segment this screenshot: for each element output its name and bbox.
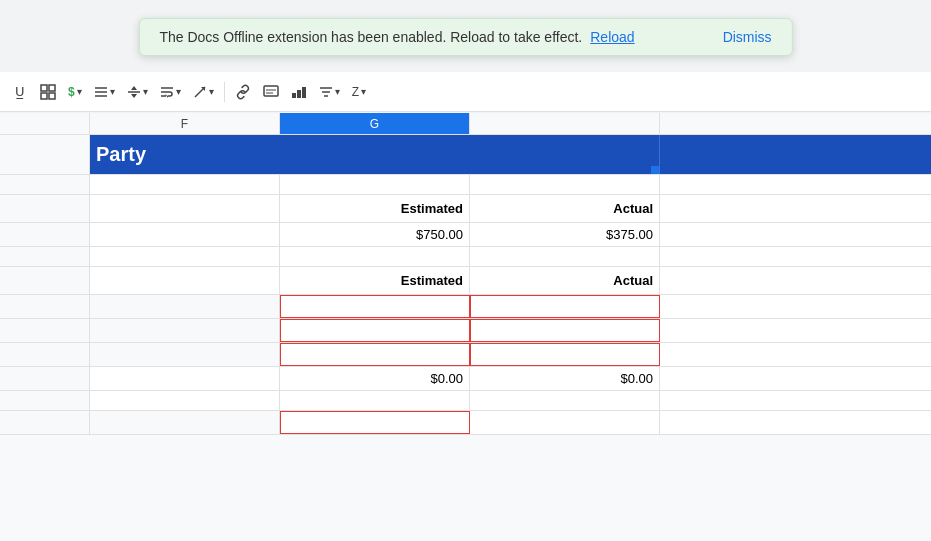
cell-g-red[interactable] (470, 295, 660, 318)
wrap-chevron: ▾ (176, 86, 181, 97)
cell-g[interactable] (280, 247, 470, 266)
estimated-value-1: $750.00 (280, 223, 470, 246)
svg-rect-15 (264, 86, 278, 96)
row-num (0, 367, 90, 390)
cell-f-red-last[interactable] (280, 411, 470, 434)
svg-marker-9 (131, 94, 137, 98)
cell-g-last[interactable] (470, 411, 660, 434)
header-row-2: Estimated Actual (0, 267, 931, 295)
reload-link[interactable]: Reload (590, 29, 634, 45)
cell-f-gray[interactable] (90, 295, 280, 318)
red-row-1 (0, 295, 931, 319)
cell-f-red[interactable] (280, 343, 470, 366)
cell-h[interactable] (470, 247, 660, 266)
cell-g[interactable] (280, 175, 470, 194)
cell-g-red[interactable] (470, 343, 660, 366)
row-num (0, 135, 90, 174)
sort-label: Z (352, 85, 359, 99)
col-g-header[interactable]: G (280, 113, 470, 134)
notification-message: The Docs Offline extension has been enab… (159, 29, 582, 45)
row-num (0, 319, 90, 342)
svg-marker-8 (131, 86, 137, 90)
cell-f-empty[interactable] (90, 367, 280, 390)
empty-row-2 (0, 247, 931, 267)
party-g-cell (470, 135, 660, 174)
svg-rect-20 (302, 87, 306, 98)
sort-btn[interactable]: Z ▾ (348, 83, 370, 101)
row-num (0, 391, 90, 410)
row-num (0, 295, 90, 318)
wrap-btn[interactable]: ▾ (156, 83, 185, 101)
cell-f-empty[interactable] (90, 223, 280, 246)
cell-f[interactable] (90, 247, 280, 266)
row-num (0, 175, 90, 194)
link-icon[interactable] (231, 80, 255, 104)
cell-f-red[interactable] (280, 295, 470, 318)
valign-btn[interactable]: ▾ (123, 83, 152, 101)
cell-g-red[interactable] (470, 319, 660, 342)
valign-chevron: ▾ (143, 86, 148, 97)
cell-h[interactable] (470, 175, 660, 194)
estimated-header-2: Estimated (280, 267, 470, 294)
borders-icon[interactable] (36, 80, 60, 104)
chart-icon[interactable] (287, 80, 311, 104)
cell-f-empty[interactable] (90, 195, 280, 222)
svg-rect-18 (292, 93, 296, 98)
cell-f-gray-last[interactable] (90, 411, 280, 434)
cell-f-gray[interactable] (90, 343, 280, 366)
underline-icon[interactable]: U̲ (8, 80, 32, 104)
filter-btn[interactable]: ▾ (315, 83, 344, 101)
filter-chevron: ▾ (335, 86, 340, 97)
col-h-header (470, 113, 660, 134)
cell-f-red[interactable] (280, 319, 470, 342)
cell-f[interactable] (90, 175, 280, 194)
column-headers: F G (0, 113, 931, 135)
actual-header-2: Actual (470, 267, 660, 294)
spreadsheet-area: F G Party Estimated Actual (0, 113, 931, 541)
notification-banner: The Docs Offline extension has been enab… (138, 18, 792, 56)
dismiss-button[interactable]: Dismiss (723, 29, 772, 45)
actual-value-1: $375.00 (470, 223, 660, 246)
sort-chevron: ▾ (361, 86, 366, 97)
format-chevron: ▾ (77, 86, 82, 97)
align-btn[interactable]: ▾ (90, 83, 119, 101)
align-chevron: ▾ (110, 86, 115, 97)
cell-f-empty[interactable] (90, 267, 280, 294)
format-label: $ (68, 85, 75, 99)
last-row (0, 411, 931, 435)
row-num (0, 343, 90, 366)
party-row[interactable]: Party (0, 135, 931, 175)
selection-handle (651, 166, 659, 174)
row-num (0, 411, 90, 434)
cell-f[interactable] (90, 391, 280, 410)
red-row-3 (0, 343, 931, 367)
cell-g[interactable] (280, 391, 470, 410)
header-row-1: Estimated Actual (0, 195, 931, 223)
cell-f-gray[interactable] (90, 319, 280, 342)
total-estimated: $0.00 (280, 367, 470, 390)
cell-h[interactable] (470, 391, 660, 410)
separator-1 (224, 82, 225, 102)
empty-row-1 (0, 175, 931, 195)
empty-row-3 (0, 391, 931, 411)
col-f-header[interactable]: F (90, 113, 280, 134)
row-num (0, 267, 90, 294)
party-title-cell[interactable]: Party (90, 135, 470, 174)
comment-icon[interactable] (259, 80, 283, 104)
actual-header-1: Actual (470, 195, 660, 222)
grid: Party Estimated Actual $750.00 $375.00 (0, 135, 931, 435)
rotate-btn[interactable]: ▾ (189, 83, 218, 101)
row-num (0, 195, 90, 222)
svg-rect-2 (41, 93, 47, 99)
svg-rect-1 (49, 85, 55, 91)
row-num (0, 247, 90, 266)
total-row: $0.00 $0.00 (0, 367, 931, 391)
estimated-header-1: Estimated (280, 195, 470, 222)
toolbar: U̲ $ ▾ ▾ ▾ ▾ ▾ ▾ Z ▾ (0, 72, 931, 112)
red-row-2 (0, 319, 931, 343)
total-actual: $0.00 (470, 367, 660, 390)
value-row-1: $750.00 $375.00 (0, 223, 931, 247)
svg-rect-3 (49, 93, 55, 99)
corner-header (0, 113, 90, 134)
format-btn[interactable]: $ ▾ (64, 83, 86, 101)
